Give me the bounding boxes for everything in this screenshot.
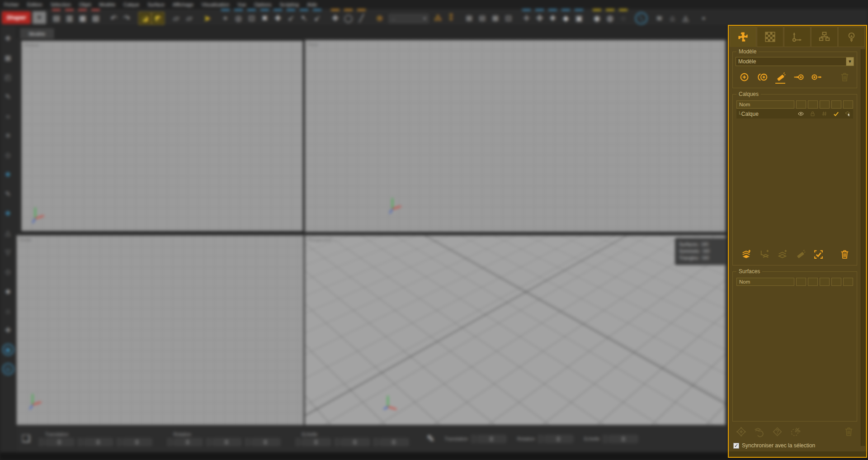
menu-item[interactable]: Affichage [169,0,198,9]
viewport-front[interactable]: Face [305,40,726,232]
tab-transform[interactable] [784,27,811,47]
layer-active-toggle[interactable] [831,110,841,118]
toolbar-icon[interactable]: ✛ [520,12,533,24]
left-tool-icon[interactable]: ▽ [2,247,14,258]
toolbar-icon[interactable]: ✖ [259,12,271,24]
toolbar-icon[interactable]: ⊡ [245,12,258,24]
toolbar-icon[interactable]: ↶ [108,12,120,24]
toolbar-icon[interactable]: ◎ [232,12,245,24]
left-tool-icon[interactable]: ✎ [2,91,14,103]
toolbar-icon[interactable]: ↷ [121,12,133,24]
unknown-surface-button[interactable] [770,425,784,438]
pen-slider[interactable] [538,435,573,443]
viewport-perspective[interactable]: Perspective Surfaces : 0/0 Sommets : 0/0… [305,235,726,425]
toolbar-icon[interactable]: ⊟ [476,12,488,24]
left-tool-icon[interactable]: ▦ [2,52,14,64]
menu-item[interactable]: Modèle [95,0,119,9]
toolbar-icon[interactable]: ▧ [90,12,102,24]
import-model-button[interactable] [792,71,805,83]
column-header[interactable] [843,100,853,109]
toolbar-icon[interactable]: ✚ [272,12,284,24]
name-column-header[interactable]: Nom [736,100,794,109]
toolbar-icon[interactable]: ◩ [152,12,164,24]
left-tool-icon[interactable]: ◉ [2,344,14,356]
left-tool-icon[interactable]: ⌂ [2,305,14,317]
tab-hierarchy[interactable] [811,27,838,47]
menu-item[interactable]: Fichier [0,0,23,9]
toolbar-icon[interactable]: ◯ [342,12,354,24]
menu-item[interactable]: Objet [75,0,95,9]
add-layer-button[interactable] [739,248,753,261]
toolbar-icon[interactable]: ▣ [573,12,585,24]
layer-index-toggle[interactable] [819,110,829,118]
column-header[interactable] [843,278,853,286]
menu-item[interactable]: Surface [143,0,169,9]
toolbar-icon[interactable]: ◍ [604,12,616,24]
left-tool-icon[interactable]: ✳ [2,130,14,142]
toolbar-icon[interactable]: ✜ [533,12,546,24]
transform-field-x[interactable] [39,438,74,446]
toolbar-icon[interactable]: ⁑ [445,12,457,24]
transform-field-x[interactable] [167,438,203,446]
layers-list[interactable] [736,119,854,243]
toolbar-icon[interactable]: ✥ [329,12,341,24]
transform-field-x[interactable] [296,438,331,446]
menu-item[interactable]: Édition [23,0,47,9]
panel-scrollbar[interactable] [861,49,865,446]
toolbar-combobox[interactable]: ...▾ [389,14,429,23]
column-header[interactable] [831,100,841,109]
erase-model-button[interactable] [774,71,787,83]
toolbar-icon[interactable]: ⊡ [502,12,514,24]
layer-visibility-toggle[interactable] [796,110,806,118]
toolbar-icon[interactable]: ◆ [560,12,572,24]
toolbar-icon[interactable]: ▤ [50,12,62,24]
column-header[interactable] [796,100,806,109]
viewport-side[interactable]: Droite [16,235,304,425]
menu-item[interactable]: Scripting [275,0,303,9]
toolbar-icon[interactable]: ⁂ [432,12,444,24]
toolbar-icon[interactable]: ◉ [591,12,603,24]
column-header[interactable] [808,100,818,109]
left-tool-icon[interactable]: ✥ [2,33,14,44]
column-header[interactable] [808,278,818,286]
menu-item[interactable]: Vue [233,0,250,9]
name-column-header[interactable]: Nom [736,278,794,286]
model-select[interactable]: Modèle ▼ [736,57,854,66]
chevron-down-icon[interactable]: ▼ [846,57,854,66]
erase-layer-button[interactable] [793,248,807,261]
column-header[interactable] [820,278,830,286]
document-tab[interactable]: Modèle [20,28,54,39]
clone-tool-icon[interactable]: ❏ [22,433,31,445]
transform-field-y[interactable] [78,438,113,446]
add-sublayer-button[interactable] [757,248,771,261]
left-tool-icon[interactable]: ◇ [2,266,14,278]
toolbar-icon[interactable]: ⌂ [666,12,679,24]
toolbar-icon[interactable]: ⊠ [489,12,501,24]
menu-item[interactable]: Sélection [47,0,75,9]
toolbar-icon[interactable]: ◬ [679,12,692,24]
left-tool-icon[interactable]: ✎ [2,188,14,200]
surfaces-list[interactable] [736,286,854,418]
toolbar-icon[interactable]: • [698,12,710,24]
left-tool-icon[interactable]: △ [2,227,14,239]
layer-pick-toggle[interactable] [843,110,853,118]
toolbar-icon[interactable]: ◪ [139,12,151,24]
tab-model[interactable] [730,27,756,47]
menu-item[interactable]: Aide [303,0,321,9]
layer-row[interactable]: └Calque [736,109,853,119]
delete-model-button[interactable] [838,71,851,83]
toolbar-icon[interactable]: ▱ [183,12,195,24]
toolbar-icon[interactable]: ◌ [617,12,629,24]
duplicate-model-button[interactable] [755,71,769,83]
left-tool-icon[interactable]: ❖ [2,208,14,219]
pen-slider[interactable] [471,435,506,443]
add-surface-button[interactable] [734,425,748,438]
left-tool-icon[interactable]: ◰ [2,71,14,83]
export-model-button[interactable] [810,71,823,83]
toolbar-icon[interactable]: ➶ [285,12,297,24]
toolbar-icon[interactable]: ⌖ [219,12,231,24]
cut-surface-button[interactable] [788,425,802,438]
toolbar-icon[interactable]: ⊞ [463,12,475,24]
menu-item[interactable]: Visualisation [198,0,234,9]
transform-field-z[interactable] [117,438,152,446]
